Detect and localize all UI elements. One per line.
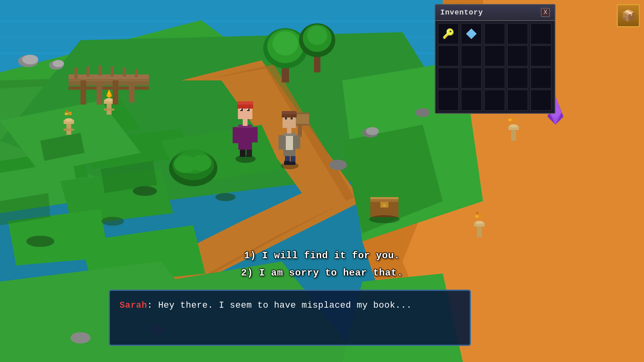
inventory-grid: 🔑 (436, 21, 555, 113)
svg-rect-45 (66, 110, 68, 112)
inventory-slot-8[interactable] (507, 45, 528, 66)
inventory-slot-14[interactable] (530, 68, 551, 88)
svg-rect-58 (123, 68, 126, 76)
inventory-slot-2[interactable] (484, 23, 505, 44)
svg-rect-93 (512, 118, 515, 121)
svg-rect-132 (285, 117, 287, 119)
inventory-slot-9[interactable] (530, 45, 551, 66)
svg-rect-109 (252, 127, 258, 142)
chest-icon: 📦 (621, 9, 636, 23)
svg-rect-97 (475, 215, 479, 218)
svg-point-139 (133, 186, 157, 196)
svg-point-76 (70, 332, 91, 343)
svg-rect-121 (284, 161, 290, 165)
inventory-slot-19[interactable] (530, 90, 551, 111)
svg-rect-131 (282, 111, 297, 114)
svg-rect-113 (237, 101, 253, 105)
inventory-slot-6[interactable] (461, 45, 482, 66)
svg-point-74 (415, 108, 430, 117)
dialog-box: Sarah: Hey there. I seem to have misplac… (109, 290, 471, 346)
svg-rect-128 (287, 127, 291, 134)
inventory-slot-10[interactable] (438, 68, 459, 88)
inventory-slot-18[interactable] (507, 90, 528, 111)
svg-point-140 (215, 193, 235, 201)
dialog-content: Hey there. I seem to have misplaced my b… (153, 300, 412, 311)
inventory-panel: Inventory X 🔑 (435, 4, 555, 114)
svg-rect-98 (479, 214, 482, 218)
svg-rect-44 (68, 112, 72, 115)
dialog-speaker: Sarah (120, 300, 147, 311)
svg-rect-54 (74, 68, 78, 79)
svg-point-63 (272, 31, 298, 56)
svg-rect-89 (511, 129, 516, 141)
inventory-slot-17[interactable] (484, 90, 505, 111)
svg-rect-49 (80, 80, 86, 105)
svg-point-75 (329, 160, 347, 170)
svg-rect-122 (290, 162, 295, 165)
svg-point-88 (369, 215, 400, 223)
svg-rect-127 (295, 135, 300, 149)
svg-point-71 (53, 60, 64, 67)
svg-point-91 (510, 124, 518, 128)
inventory-slot-7[interactable] (484, 45, 505, 66)
svg-rect-52 (129, 82, 134, 103)
svg-point-42 (65, 118, 73, 121)
svg-rect-43 (65, 113, 68, 115)
svg-rect-117 (247, 109, 248, 110)
svg-rect-99 (476, 212, 479, 214)
svg-rect-105 (246, 149, 252, 157)
inventory-header: Inventory X (436, 5, 555, 21)
inventory-slot-4[interactable] (530, 23, 551, 44)
inventory-slot-3[interactable] (507, 23, 528, 44)
svg-point-141 (26, 236, 54, 247)
svg-rect-133 (291, 117, 293, 119)
svg-rect-41 (64, 129, 74, 131)
svg-rect-59 (135, 69, 138, 77)
svg-rect-51 (113, 80, 118, 105)
svg-point-138 (191, 155, 211, 171)
inventory-slot-5[interactable] (438, 45, 459, 66)
inventory-toggle-button[interactable]: 📦 (617, 4, 640, 27)
inventory-slot-1[interactable] (461, 23, 482, 44)
svg-rect-87 (383, 204, 386, 207)
inventory-slot-16[interactable] (461, 90, 482, 111)
dialog-text: Sarah: Hey there. I seem to have misplac… (120, 299, 460, 312)
inventory-slot-0[interactable]: 🔑 (438, 23, 459, 44)
svg-rect-126 (279, 135, 284, 150)
svg-rect-50 (97, 82, 102, 105)
svg-point-38 (107, 94, 111, 97)
svg-rect-34 (104, 109, 114, 111)
svg-rect-85 (370, 197, 398, 199)
svg-rect-55 (87, 66, 90, 76)
svg-point-67 (307, 26, 327, 45)
svg-rect-108 (233, 127, 238, 143)
inventory-slot-12[interactable] (484, 68, 505, 88)
svg-rect-94 (477, 225, 482, 237)
inventory-slot-11[interactable] (461, 68, 482, 88)
svg-rect-57 (111, 66, 114, 76)
svg-rect-125 (286, 136, 293, 150)
svg-rect-106 (238, 125, 252, 150)
svg-rect-92 (508, 119, 512, 121)
svg-point-96 (475, 221, 483, 224)
svg-rect-116 (240, 109, 242, 110)
svg-point-69 (22, 55, 38, 64)
inventory-title: Inventory (440, 8, 483, 16)
svg-point-35 (105, 98, 113, 101)
inventory-close-button[interactable]: X (541, 8, 550, 17)
svg-point-142 (101, 217, 124, 226)
svg-rect-110 (243, 119, 248, 126)
svg-point-73 (366, 127, 379, 135)
svg-rect-56 (99, 66, 102, 76)
inventory-slot-15[interactable] (438, 90, 459, 111)
inventory-slot-13[interactable] (507, 68, 528, 88)
